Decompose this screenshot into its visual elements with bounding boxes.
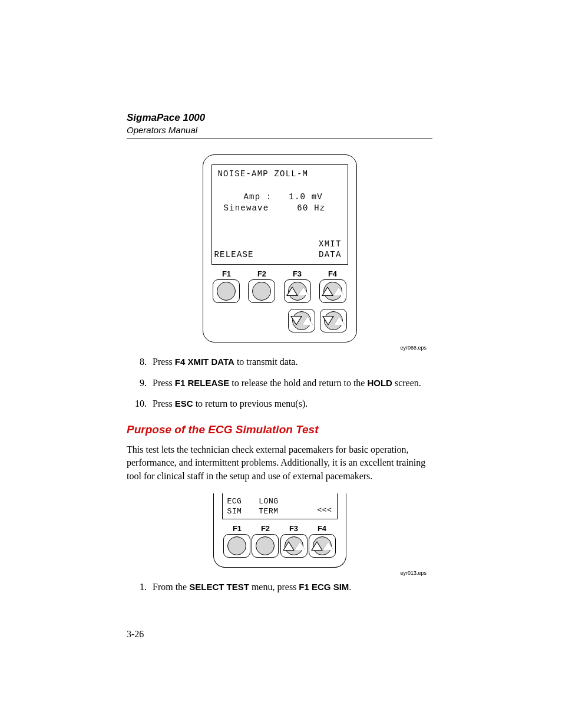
t: Press	[153, 378, 175, 388]
t: screen.	[392, 378, 421, 388]
bold: F1 ECG SIM	[299, 582, 349, 592]
doc-subtitle: Operators Manual	[127, 125, 432, 135]
f4-label: F4	[320, 269, 346, 278]
steps-list-b: 1. From the SELECT TEST menu, press F1 E…	[127, 581, 432, 594]
f4-label: F4	[309, 524, 335, 533]
lcd1-amp-row: Amp : 1.0 mV	[218, 192, 342, 203]
triangle-up-icon	[313, 536, 332, 555]
circle-icon	[217, 282, 236, 301]
lcd1-sine-row: Sinewave 60 Hz	[218, 203, 342, 214]
steps-list-a: 8. Press F4 XMIT DATA to transmit data. …	[127, 355, 432, 410]
lcd2-col1: ECG SIM	[227, 497, 242, 516]
bold: HOLD	[367, 378, 392, 388]
t: From the	[153, 582, 189, 592]
section-paragraph: This test lets the technician check exte…	[127, 443, 432, 483]
f3-label: F3	[285, 269, 310, 278]
fkey-button-row-2	[222, 534, 338, 558]
figure2-caption: eyr013.eps	[127, 570, 427, 576]
fkey-button-row-1b	[211, 309, 348, 332]
triangle-down-icon	[292, 311, 311, 330]
lcd2-col2: LONG TERM	[259, 497, 278, 516]
f4-up-button[interactable]	[319, 279, 346, 303]
step-10: 10. Press ESC to return to previous menu…	[127, 397, 432, 410]
t: Press	[153, 398, 175, 409]
bold: SELECT TEST	[189, 582, 249, 592]
step-num: 8.	[127, 355, 153, 368]
fkey-label-row-1: F1 F2 F3 F4	[211, 269, 348, 278]
triangle-up-icon	[285, 536, 303, 555]
bold: F1 RELEASE	[175, 378, 230, 388]
step-text: From the SELECT TEST menu, press F1 ECG …	[153, 581, 432, 594]
f1-label: F1	[214, 269, 240, 278]
step-text: Press ESC to return to previous menu(s).	[153, 397, 432, 410]
f2-button[interactable]	[252, 534, 279, 558]
lcd1-release: RELEASE	[214, 249, 254, 261]
doc-title: SigmaPace 1000	[127, 112, 432, 124]
lcd1-amp-value: 1.0 mV	[289, 192, 323, 202]
lcd2-c2a: LONG	[259, 497, 278, 506]
triangle-up-icon	[288, 282, 307, 301]
circle-icon	[256, 536, 275, 555]
lcd1-line1: NOISE-AMP ZOLL-M	[218, 169, 342, 180]
f1-label: F1	[224, 524, 250, 533]
f2-button[interactable]	[248, 279, 275, 303]
f1-button[interactable]	[223, 534, 250, 558]
circle-icon	[252, 282, 271, 301]
f4-down-button[interactable]	[320, 309, 347, 332]
f3-up-button[interactable]	[284, 279, 311, 303]
f2-label: F2	[253, 524, 279, 533]
header-rule	[127, 139, 432, 139]
device-panel-1: NOISE-AMP ZOLL-M Amp : 1.0 mV Sinewave 6…	[203, 154, 357, 342]
lcd-screen-2: ECG SIM LONG TERM <<<	[222, 493, 338, 519]
step-text: Press F4 XMIT DATA to transmit data.	[153, 355, 432, 368]
f3-up-button[interactable]	[280, 534, 308, 558]
lcd1-sine-label: Sinewave	[224, 203, 269, 213]
t: to return to previous menu(s).	[193, 398, 308, 409]
lcd2-c1b: SIM	[227, 507, 242, 516]
f1-button[interactable]	[213, 279, 240, 303]
lcd2-c1a: ECG	[227, 497, 242, 506]
t: Press	[153, 357, 175, 367]
lcd2-chev: <<<	[318, 506, 332, 516]
step-1: 1. From the SELECT TEST menu, press F1 E…	[127, 581, 432, 594]
lcd1-amp-label: Amp :	[244, 192, 272, 202]
step-num: 9.	[127, 377, 153, 390]
bold: F4 XMIT DATA	[175, 357, 234, 367]
f3-down-button[interactable]	[288, 309, 315, 332]
lcd-screen-1: NOISE-AMP ZOLL-M Amp : 1.0 mV Sinewave 6…	[211, 164, 348, 265]
step-8: 8. Press F4 XMIT DATA to transmit data.	[127, 355, 432, 368]
fkey-button-row-1	[211, 279, 348, 303]
lcd2-c2b: TERM	[259, 507, 278, 516]
lcd1-sine-value: 60 Hz	[297, 203, 325, 213]
f2-label: F2	[249, 269, 275, 278]
triangle-up-icon	[323, 282, 342, 301]
f4-up-button[interactable]	[309, 534, 336, 558]
lcd1-data: DATA	[319, 249, 341, 261]
lcd1-xmit: XMIT	[319, 239, 341, 250]
f3-label: F3	[281, 524, 307, 533]
fkey-label-row-2: F1 F2 F3 F4	[222, 524, 338, 533]
section-heading: Purpose of the ECG Simulation Test	[127, 423, 432, 436]
page-number: 3-26	[127, 629, 144, 640]
t: .	[349, 582, 351, 592]
step-9: 9. Press F1 RELEASE to release the hold …	[127, 377, 432, 390]
t: to transmit data.	[234, 357, 298, 367]
bold: ESC	[175, 398, 193, 409]
t: to release the hold and return to the	[229, 378, 367, 388]
lcd2-col3	[295, 507, 300, 516]
triangle-down-icon	[324, 311, 343, 330]
figure1-caption: eyr066.eps	[127, 345, 427, 351]
circle-icon	[227, 536, 246, 555]
step-num: 10.	[127, 397, 153, 410]
t: menu, press	[249, 582, 299, 592]
step-num: 1.	[127, 581, 153, 594]
step-text: Press F1 RELEASE to release the hold and…	[153, 377, 432, 390]
device-panel-2: ECG SIM LONG TERM <<< F1 F2 F3 F4	[213, 493, 346, 568]
